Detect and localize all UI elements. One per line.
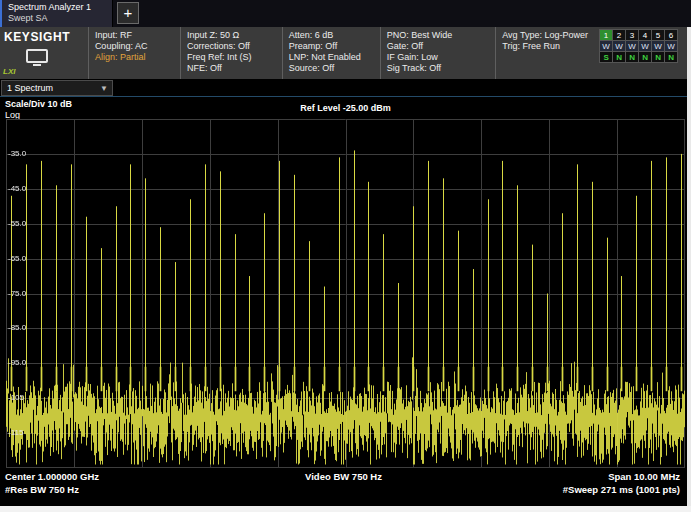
status-if-gain: IF Gain: Low	[387, 52, 490, 63]
marker-table-row: SNNNNN	[599, 51, 685, 62]
sweep-label: #Sweep 271 ms (1001 pts)	[563, 484, 680, 495]
status-input-z: Input Z: 50 Ω	[187, 30, 276, 41]
marker-cell[interactable]: N	[612, 51, 626, 63]
y-axis-label: -95.0	[8, 358, 26, 367]
status-trig: Trig: Free Run	[502, 41, 593, 52]
screen-icon[interactable]	[26, 49, 48, 63]
spectrum-analyzer-app: Spectrum Analyzer 1 Swept SA + KEYSIGHT …	[0, 0, 691, 512]
marker-table[interactable]: 123456WWWWWWSNNNNN	[599, 29, 685, 79]
screen-icon-stand	[33, 64, 41, 66]
tab-bar: Spectrum Analyzer 1 Swept SA +	[0, 0, 691, 27]
status-align: Align: Partial	[95, 52, 174, 63]
marker-cell[interactable]: N	[664, 51, 678, 63]
ref-level-label: Ref Level -25.00 dBm	[0, 103, 691, 113]
marker-cell[interactable]: S	[599, 51, 613, 63]
settings-col-impedance[interactable]: Input Z: 50 Ω Corrections: Off Freq Ref:…	[180, 27, 282, 79]
y-axis-label: -75.0	[8, 289, 26, 298]
keysight-logo: KEYSIGHT	[4, 30, 70, 44]
y-axis-label: -65.0	[8, 254, 26, 263]
marker-cell[interactable]: N	[638, 51, 652, 63]
spectrum-plot[interactable]: -35.0-45.0-55.0-65.0-75.0-85.0-95.0-105-…	[6, 119, 685, 468]
status-coupling: Coupling: AC	[95, 41, 174, 52]
marker-table-row: 123456	[599, 29, 685, 40]
window-selector-label: 1 Spectrum	[2, 83, 100, 93]
y-axis-label: -85.0	[8, 323, 26, 332]
window-bar: 1 Spectrum ▼	[0, 79, 687, 97]
settings-col-atten[interactable]: Atten: 6 dB Preamp: Off LNP: Not Enabled…	[282, 27, 380, 79]
marker-cell[interactable]: N	[625, 51, 639, 63]
footer-row-2: #Res BW 750 Hz #Sweep 271 ms (1001 pts)	[0, 484, 687, 496]
marker-cell[interactable]: N	[651, 51, 665, 63]
system-settings-bar: KEYSIGHT LXI Input: RF Coupling: AC Alig…	[0, 27, 687, 79]
lxi-badge: LXI	[3, 67, 15, 76]
status-freq-ref: Freq Ref: Int (S)	[187, 52, 276, 63]
status-avg-type: Avg Type: Log-Power	[502, 30, 593, 41]
spectrum-trace-canvas[interactable]	[6, 119, 685, 468]
screen-edge-right	[687, 27, 691, 506]
tab-title: Spectrum Analyzer 1	[8, 2, 106, 13]
tab-spectrum-analyzer-1[interactable]: Spectrum Analyzer 1 Swept SA	[0, 0, 113, 27]
screen-edge-bottom	[0, 506, 691, 512]
settings-col-input[interactable]: Input: RF Coupling: AC Align: Partial	[88, 27, 180, 79]
footer-row-1: Center 1.000000 GHz Video BW 750 Hz Span…	[0, 471, 687, 483]
brand-block: KEYSIGHT LXI	[0, 27, 88, 79]
status-nfe: NFE: Off	[187, 63, 276, 74]
status-gate: Gate: Off	[387, 41, 490, 52]
y-axis-label: -45.0	[8, 184, 26, 193]
tab-subtitle: Swept SA	[8, 13, 106, 24]
add-tab-button[interactable]: +	[117, 2, 139, 24]
y-axis-label: -55.0	[8, 219, 26, 228]
status-preamp: Preamp: Off	[289, 41, 374, 52]
status-lnp: LNP: Not Enabled	[289, 52, 374, 63]
status-input: Input: RF	[95, 30, 174, 41]
y-axis-label: -35.0	[8, 149, 26, 158]
marker-table-row: WWWWWW	[599, 40, 685, 51]
y-axis-label: -105	[8, 393, 24, 402]
chevron-down-icon: ▼	[100, 84, 112, 93]
settings-col-pno[interactable]: PNO: Best Wide Gate: Off IF Gain: Low Si…	[380, 27, 496, 79]
status-atten: Atten: 6 dB	[289, 30, 374, 41]
video-bw-label: Video BW 750 Hz	[0, 471, 687, 482]
window-selector-dropdown[interactable]: 1 Spectrum ▼	[1, 80, 113, 96]
res-bw-label: #Res BW 750 Hz	[5, 484, 79, 495]
status-sig-track: Sig Track: Off	[387, 63, 490, 74]
status-corrections: Corrections: Off	[187, 41, 276, 52]
settings-col-avg[interactable]: Avg Type: Log-Power Trig: Free Run	[495, 27, 599, 79]
span-label: Span 10.00 MHz	[608, 471, 680, 482]
status-pno: PNO: Best Wide	[387, 30, 490, 41]
y-axis-label: -115	[8, 428, 23, 437]
status-source: Source: Off	[289, 63, 374, 74]
